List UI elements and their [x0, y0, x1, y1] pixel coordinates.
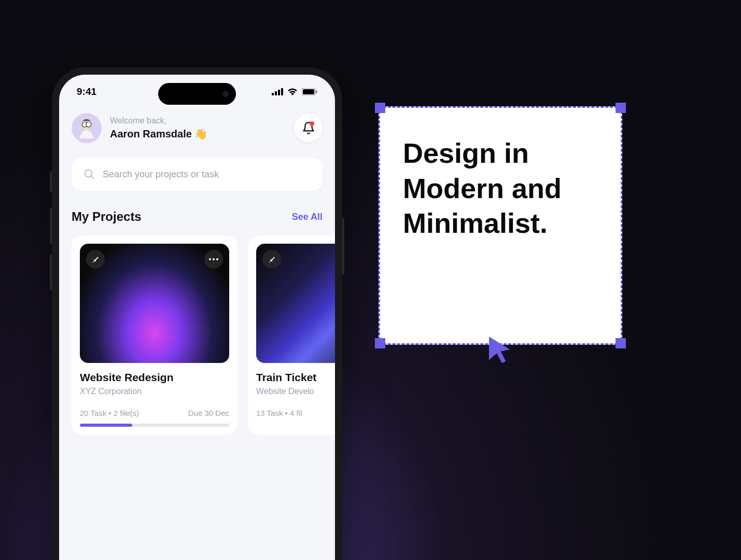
status-time: 9:41	[77, 86, 96, 97]
phone-mockup: 9:41 Welcome back, Aaron Ramsdale 👋	[52, 67, 342, 560]
resize-handle-bl[interactable]	[375, 338, 385, 348]
pin-icon	[91, 255, 100, 263]
project-progress	[80, 424, 229, 427]
phone-power-button	[342, 218, 344, 275]
svg-line-11	[91, 176, 94, 179]
user-name: Aaron Ramsdale 👋	[110, 128, 286, 140]
progress-fill	[80, 424, 132, 427]
welcome-text: Welcome back, Aaron Ramsdale 👋	[110, 116, 286, 140]
pin-button[interactable]	[86, 250, 105, 269]
project-meta: 13 Task • 4 fil	[256, 409, 335, 417]
more-button[interactable]	[204, 250, 223, 269]
cellular-icon	[272, 88, 283, 95]
welcome-label: Welcome back,	[110, 116, 286, 125]
project-client: XYZ Corporation	[80, 387, 229, 396]
svg-rect-2	[278, 90, 280, 95]
svg-rect-0	[272, 93, 274, 95]
phone-volume-up	[50, 207, 52, 244]
svg-point-13	[213, 258, 215, 260]
pin-button[interactable]	[262, 250, 281, 269]
search-icon	[83, 168, 95, 180]
wifi-icon	[287, 88, 298, 96]
resize-handle-tl[interactable]	[375, 103, 385, 113]
svg-rect-5	[303, 89, 314, 94]
svg-point-12	[209, 258, 211, 260]
svg-rect-3	[281, 88, 283, 95]
projects-header: My Projects See All	[72, 209, 323, 224]
resize-handle-tr[interactable]	[616, 103, 626, 113]
project-card[interactable]: Train Ticket Website Develo 13 Task • 4 …	[248, 235, 335, 435]
battery-icon	[302, 88, 317, 95]
search-input[interactable]: Search your projects or task	[72, 158, 323, 191]
project-card[interactable]: Website Redesign XYZ Corporation 20 Task…	[72, 235, 237, 435]
projects-title: My Projects	[72, 209, 142, 224]
phone-screen: 9:41 Welcome back, Aaron Ramsdale 👋	[59, 75, 335, 560]
design-selection-frame[interactable]: Design in Modern and Minimalist.	[379, 106, 622, 345]
phone-volume-down	[50, 254, 52, 290]
project-cards: Website Redesign XYZ Corporation 20 Task…	[72, 235, 323, 435]
app-header: Welcome back, Aaron Ramsdale 👋	[72, 113, 323, 143]
more-icon	[209, 258, 218, 260]
avatar[interactable]	[72, 113, 102, 143]
search-placeholder: Search your projects or task	[103, 169, 219, 180]
project-tasks: 13 Task • 4 fil	[256, 409, 302, 417]
project-due: Due 30 Dec	[188, 409, 229, 417]
phone-notch	[158, 83, 236, 105]
project-title: Train Ticket	[256, 371, 335, 384]
project-client: Website Develo	[256, 387, 335, 396]
svg-point-14	[216, 258, 218, 260]
phone-side-button	[50, 171, 52, 192]
project-thumbnail	[256, 244, 335, 363]
svg-point-9	[86, 122, 91, 127]
notification-dot	[310, 121, 314, 126]
project-thumbnail	[80, 244, 229, 363]
status-icons	[272, 88, 317, 96]
cursor-icon	[484, 334, 515, 365]
promo-text: Design in Modern and Minimalist.	[380, 108, 621, 269]
svg-rect-6	[316, 91, 317, 93]
project-title: Website Redesign	[80, 371, 229, 384]
resize-handle-br[interactable]	[616, 338, 626, 348]
notifications-button[interactable]	[295, 114, 323, 142]
svg-rect-1	[275, 91, 277, 95]
pin-icon	[268, 255, 276, 263]
project-meta: 20 Task • 2 file(s) Due 30 Dec	[80, 409, 229, 417]
project-tasks: 20 Task • 2 file(s)	[80, 409, 139, 417]
see-all-link[interactable]: See All	[292, 212, 323, 222]
